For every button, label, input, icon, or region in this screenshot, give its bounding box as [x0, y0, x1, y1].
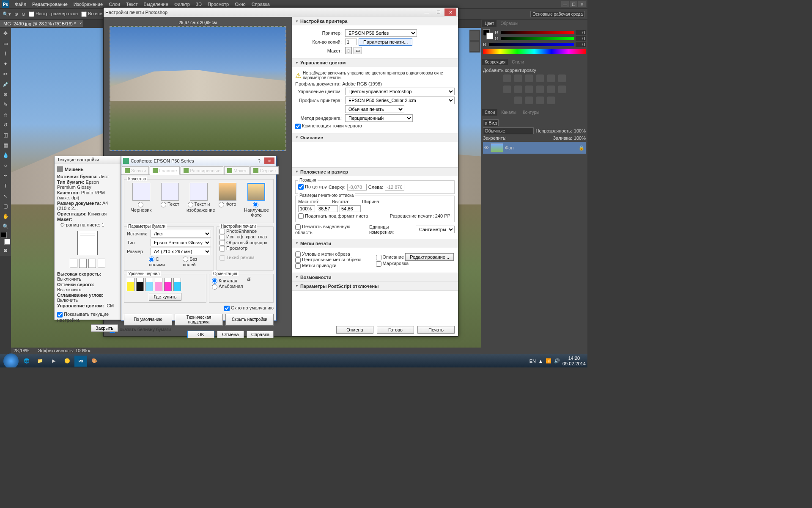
brush-tool[interactable]: ✎: [1, 100, 10, 109]
adj-icon[interactable]: [536, 86, 544, 93]
epson-help[interactable]: ?: [254, 157, 264, 164]
stamp-tool[interactable]: ⎌: [1, 110, 10, 119]
menu-help[interactable]: Справка: [252, 2, 270, 7]
fit-window-checkbox[interactable]: Настр. размер окон: [29, 11, 78, 17]
blur-tool[interactable]: 💧: [1, 151, 10, 160]
quality-textimage[interactable]: Текст и изображение: [187, 183, 211, 218]
print-dialog-titlebar[interactable]: Настройки печати Photoshop —☐✕: [104, 8, 458, 17]
dialog-min[interactable]: —: [421, 8, 433, 16]
quickmask-tool[interactable]: ◙: [1, 246, 10, 255]
adj-icon[interactable]: [525, 86, 533, 93]
history-panel-icon[interactable]: [470, 31, 479, 40]
paper-type-select[interactable]: Epson Premium Glossy: [151, 239, 211, 246]
functions-header[interactable]: Возможности: [292, 273, 458, 282]
path-tool[interactable]: ↖: [1, 191, 10, 201]
adj-icon[interactable]: [503, 86, 511, 93]
tray-clock[interactable]: 14:2009.02.2014: [562, 356, 586, 366]
menu-image[interactable]: Изображение: [74, 2, 103, 7]
taskbar-media[interactable]: ▶: [47, 356, 60, 367]
desc-cb[interactable]: Описание: [376, 254, 404, 260]
menu-layer[interactable]: Слои: [109, 2, 120, 7]
printer-select[interactable]: EPSON P50 Series: [345, 29, 417, 37]
buy-ink-button[interactable]: Где купить: [149, 293, 181, 301]
shape-tool[interactable]: ▢: [1, 202, 10, 211]
channels-panel-tab[interactable]: Каналы: [499, 109, 519, 116]
heal-tool[interactable]: ⊕: [1, 90, 10, 99]
print-button[interactable]: Печать: [417, 326, 455, 334]
collapsed-panel-icons[interactable]: [469, 30, 480, 52]
orientation-landscape[interactable]: ▭: [354, 47, 362, 54]
current-settings-title[interactable]: Текущие настройки: [55, 156, 121, 164]
epson-close[interactable]: ✕: [264, 157, 274, 164]
adj-icon[interactable]: [536, 97, 544, 104]
quality-photo[interactable]: Фото: [215, 183, 240, 218]
defaults-button[interactable]: По умолчанию: [124, 314, 172, 326]
color-panel-tab[interactable]: Цвет: [482, 20, 497, 27]
menu-type[interactable]: Текст: [126, 2, 138, 7]
move-tool[interactable]: ✥: [1, 29, 10, 38]
g-slider[interactable]: [501, 37, 574, 40]
lasso-tool[interactable]: ⌇: [1, 49, 10, 58]
tab-layout[interactable]: Макет: [224, 166, 250, 174]
adj-icon[interactable]: [547, 86, 555, 93]
app-maximize[interactable]: ☐: [570, 1, 577, 7]
portrait-radio[interactable]: Книжная: [212, 278, 237, 283]
layer-filter[interactable]: р Вид: [483, 119, 499, 126]
visibility-icon[interactable]: 👁: [484, 145, 489, 150]
quiet-cb[interactable]: Тихий режим: [219, 255, 254, 260]
zoom-level[interactable]: 28,18%: [14, 348, 29, 354]
paths-panel-tab[interactable]: Контуры: [520, 109, 542, 116]
printer-setup-header[interactable]: Настройка принтера: [292, 17, 458, 25]
layout-icon[interactable]: [88, 259, 96, 268]
menu-file[interactable]: Файл: [15, 2, 26, 7]
taskbar-explorer[interactable]: 📁: [34, 356, 47, 367]
hide-settings-button[interactable]: Скрыть настройки: [225, 314, 274, 326]
start-button[interactable]: [3, 353, 19, 368]
taskbar[interactable]: 🌐 📁 ▶ 🟡 Ps 🎨 EN ▲ 📶 🔊 14:2009.02.2014: [0, 354, 587, 367]
blend-mode[interactable]: Обычные: [483, 127, 534, 134]
center-marks-cb[interactable]: Центральные метки обреза: [295, 257, 362, 262]
properties-panel-icon[interactable]: [470, 42, 479, 51]
history-brush-tool[interactable]: ↺: [1, 120, 10, 130]
adj-icon[interactable]: [558, 75, 566, 82]
adj-icon[interactable]: [525, 75, 533, 82]
epson-dialog-titlebar[interactable]: Свойства: EPSON P50 Series ?✕: [121, 156, 276, 166]
dialog-max[interactable]: ☐: [433, 8, 444, 16]
layout-icon[interactable]: [98, 259, 105, 268]
support-button[interactable]: Техническая поддержка: [175, 314, 223, 326]
quality-best[interactable]: Наилучшее Фото: [244, 183, 269, 218]
reg-marks-cb[interactable]: Метки приводки: [295, 263, 336, 268]
wand-tool[interactable]: ✦: [1, 59, 10, 69]
zoom-out-icon[interactable]: ⊖: [22, 11, 25, 17]
adj-icon[interactable]: [503, 75, 511, 82]
tab-advanced[interactable]: Расширенные: [181, 166, 223, 174]
tray-lang[interactable]: EN: [529, 359, 536, 364]
preview-cb[interactable]: Просмотр: [219, 246, 247, 251]
description-header[interactable]: Описание: [292, 133, 458, 142]
zoom-tool-icon[interactable]: 🔍▾: [3, 11, 11, 17]
paper-source-select[interactable]: Лист: [151, 230, 211, 237]
bpc-checkbox[interactable]: Компенсация точки черного: [295, 123, 362, 129]
adj-icon[interactable]: [514, 97, 522, 104]
print-mode-select[interactable]: Обычная печать: [345, 105, 404, 113]
workspace-selector[interactable]: Основные рабочая среда: [530, 11, 585, 17]
show-settings-cb[interactable]: Показывать текущие настройки.: [57, 312, 109, 323]
scale-input[interactable]: [298, 205, 315, 212]
menu-filter[interactable]: Фильтр: [174, 2, 190, 7]
margins-radio[interactable]: С полями: [149, 257, 176, 268]
styles-panel-tab[interactable]: Стили: [509, 59, 527, 65]
tray-volume-icon[interactable]: 🔊: [554, 358, 560, 364]
orientation-portrait[interactable]: ▯: [345, 47, 352, 54]
label-cb[interactable]: Маркировка: [376, 261, 409, 266]
tray-flag-icon[interactable]: ▲: [538, 359, 543, 364]
edit-button[interactable]: Редактирование...: [405, 253, 454, 261]
paper-size-select[interactable]: A4 (210 x 297 мм): [151, 248, 211, 255]
menu-window[interactable]: Окно: [235, 2, 246, 7]
height-input[interactable]: [317, 205, 338, 212]
color-handling-select[interactable]: Цветом управляет Photoshop: [345, 88, 455, 95]
zoom-in-icon[interactable]: ⊕: [14, 11, 18, 17]
color-swatches[interactable]: [1, 232, 10, 245]
print-selection-checkbox[interactable]: Печатать выделенную область: [295, 224, 368, 235]
adj-icon[interactable]: [514, 86, 522, 93]
gradient-tool[interactable]: ▦: [1, 141, 10, 150]
